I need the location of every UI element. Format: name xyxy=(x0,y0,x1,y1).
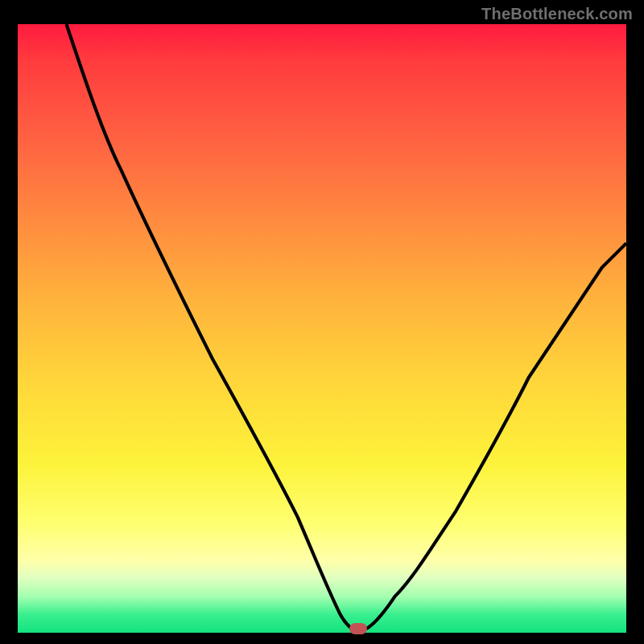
bottleneck-marker xyxy=(349,623,367,634)
curve-svg xyxy=(18,24,626,633)
bottleneck-curve xyxy=(66,24,626,630)
chart-frame: TheBottleneck.com xyxy=(0,0,644,644)
watermark-text: TheBottleneck.com xyxy=(481,5,633,23)
plot-area xyxy=(18,24,626,633)
